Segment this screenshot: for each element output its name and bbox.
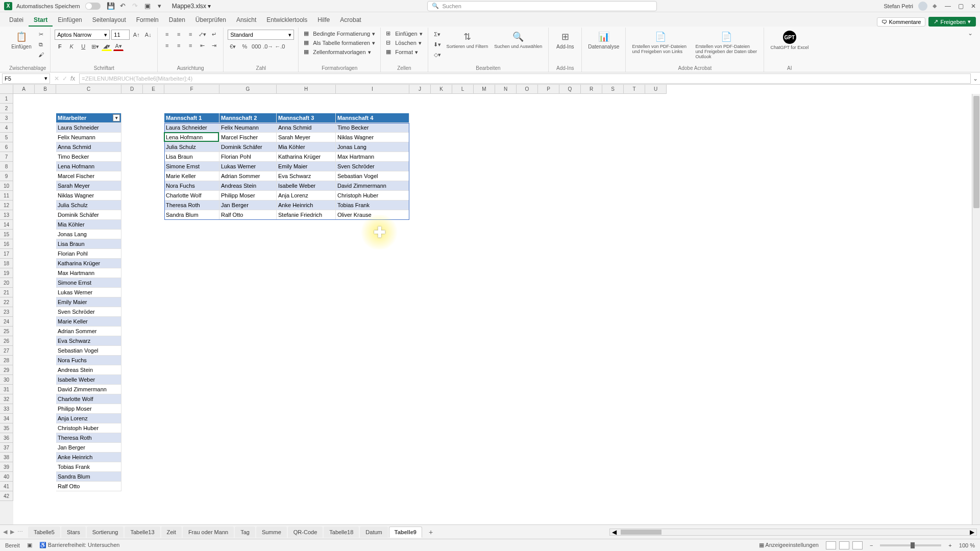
fx-icon[interactable]: fx <box>70 75 75 82</box>
cell[interactable]: Sebastian Vogel <box>56 346 121 356</box>
row-header[interactable]: 10 <box>0 181 13 191</box>
addins-button[interactable]: ⊞Add-Ins <box>553 30 577 51</box>
cell[interactable]: Tobias Frank <box>56 462 121 472</box>
cell[interactable]: Mannschaft 3 <box>277 113 336 123</box>
zoom-slider[interactable] <box>880 544 941 546</box>
zoom-in-button[interactable]: + <box>948 542 951 548</box>
menu-tab-hilfe[interactable]: Hilfe <box>312 14 335 27</box>
row-header[interactable]: 22 <box>0 297 13 307</box>
maximize-button[interactable]: ▢ <box>958 3 964 10</box>
cell[interactable]: Katharina Krüger <box>277 152 336 162</box>
column-header[interactable]: N <box>495 85 517 94</box>
cell[interactable]: Nora Fuchs <box>56 356 121 365</box>
horizontal-scrollbar[interactable]: ◀▶ <box>609 529 977 536</box>
cell-styles-button[interactable]: ▦Zellenformatvorlagen ▾ <box>303 48 372 56</box>
collapse-ribbon-icon[interactable]: ⌄ <box>966 28 975 72</box>
column-header[interactable]: S <box>602 85 624 94</box>
decrease-font-icon[interactable]: A↓ <box>143 30 153 39</box>
cell[interactable]: Jonas Lang <box>336 142 409 152</box>
cell[interactable]: Anja Lorenz <box>56 414 121 423</box>
row-header[interactable]: 31 <box>0 385 13 394</box>
sheet-tab[interactable]: Tabelle13 <box>125 527 160 538</box>
row-header[interactable]: 13 <box>0 210 13 220</box>
cell[interactable]: Lisa Braun <box>164 152 219 162</box>
row-header[interactable]: 41 <box>0 482 13 491</box>
data-analysis-button[interactable]: 📊Datenanalyse <box>586 30 621 51</box>
cell[interactable]: Jonas Lang <box>56 230 121 239</box>
user-area[interactable]: Stefan Petri ◆ <box>884 2 937 11</box>
row-header[interactable]: 42 <box>0 491 13 501</box>
delete-cells-button[interactable]: ⊟Löschen ▾ <box>385 39 423 47</box>
row-header[interactable]: 9 <box>0 171 13 181</box>
cell[interactable]: Julia Schulz <box>164 142 219 152</box>
row-header[interactable]: 40 <box>0 472 13 482</box>
cell[interactable]: Laura Schneider <box>164 123 219 133</box>
row-header[interactable]: 24 <box>0 317 13 327</box>
thousands-icon[interactable]: 000 <box>251 42 261 51</box>
sheet-tab[interactable]: Frau oder Mann <box>183 527 234 538</box>
row-header[interactable]: 34 <box>0 414 13 423</box>
decrease-decimal-icon[interactable]: ←.0 <box>275 42 285 51</box>
paste-button[interactable]: 📋 Einfügen <box>9 30 34 51</box>
cell[interactable]: Jan Berger <box>56 443 121 453</box>
sheet-tab[interactable]: Zeit <box>161 527 182 538</box>
clear-icon[interactable]: ◇▾ <box>432 50 443 59</box>
column-header[interactable]: P <box>538 85 559 94</box>
percent-icon[interactable]: % <box>239 42 250 51</box>
search-box[interactable]: 🔍 Suchen <box>427 1 657 11</box>
format-painter-icon[interactable]: 🖌 <box>36 50 46 59</box>
insert-cells-button[interactable]: ⊞Einfügen ▾ <box>385 30 423 38</box>
qat-dropdown-icon[interactable]: ▾ <box>156 2 164 10</box>
cell[interactable]: Mia Köhler <box>56 220 121 230</box>
row-header[interactable]: 14 <box>0 220 13 230</box>
cell[interactable]: Marcel Fischer <box>56 171 121 181</box>
cell[interactable]: Christoph Huber <box>56 423 121 433</box>
cell[interactable]: Theresa Roth <box>56 433 121 443</box>
column-header[interactable]: A <box>13 85 35 94</box>
column-header[interactable]: F <box>164 85 219 94</box>
redo-icon[interactable]: ↷ <box>131 2 139 10</box>
diamond-icon[interactable]: ◆ <box>933 3 937 9</box>
sheet-tab[interactable]: Tabelle18 <box>324 527 359 538</box>
cell[interactable]: Isabelle Weber <box>277 181 336 191</box>
cell[interactable]: Theresa Roth <box>164 201 219 210</box>
align-center-icon[interactable]: ≡ <box>174 41 184 50</box>
sort-filter-button[interactable]: ⇅Sortieren und Filtern <box>445 30 491 50</box>
column-header[interactable]: T <box>624 85 645 94</box>
cell[interactable]: Max Hartmann <box>336 152 409 162</box>
cell[interactable]: Philipp Moser <box>219 191 277 201</box>
currency-icon[interactable]: €▾ <box>228 42 238 51</box>
cell[interactable]: Niklas Wagner <box>336 133 409 142</box>
cell[interactable]: Marcel Fischer <box>219 133 277 142</box>
column-header[interactable]: E <box>143 85 164 94</box>
cell[interactable]: Felix Neumann <box>56 133 121 142</box>
menu-tab-entwicklertools[interactable]: Entwicklertools <box>261 14 312 27</box>
cell[interactable]: Adrian Sommer <box>56 327 121 336</box>
page-break-view-button[interactable] <box>852 541 863 549</box>
row-header[interactable]: 35 <box>0 423 13 433</box>
cell[interactable]: Anke Heinrich <box>277 201 336 210</box>
align-middle-icon[interactable]: ≡ <box>174 30 184 39</box>
cell[interactable]: David Zimmermann <box>56 385 121 394</box>
align-left-icon[interactable]: ≡ <box>162 41 172 50</box>
cell[interactable]: Nora Fuchs <box>164 181 219 191</box>
cell[interactable]: Sebastian Vogel <box>336 171 409 181</box>
column-header[interactable]: G <box>219 85 277 94</box>
column-header[interactable]: R <box>581 85 602 94</box>
column-header[interactable]: D <box>121 85 143 94</box>
cell[interactable]: Philipp Moser <box>56 404 121 414</box>
menu-tab-ansicht[interactable]: Ansicht <box>231 14 261 27</box>
cell[interactable]: Tobias Frank <box>336 201 409 210</box>
cell[interactable]: Jan Berger <box>219 201 277 210</box>
cell[interactable]: Lisa Braun <box>56 239 121 249</box>
cell[interactable]: Sandra Blum <box>56 472 121 482</box>
row-header[interactable]: 20 <box>0 278 13 288</box>
sheet-all-icon[interactable]: ⋯ <box>17 529 23 535</box>
wrap-text-icon[interactable]: ↵ <box>209 30 219 39</box>
cell[interactable]: Simone Ernst <box>164 162 219 171</box>
column-header[interactable]: O <box>517 85 538 94</box>
zoom-out-button[interactable]: − <box>870 542 873 548</box>
orientation-icon[interactable]: ⤢▾ <box>197 30 207 39</box>
name-box[interactable]: F5▾ <box>2 73 50 84</box>
row-header[interactable]: 38 <box>0 453 13 462</box>
